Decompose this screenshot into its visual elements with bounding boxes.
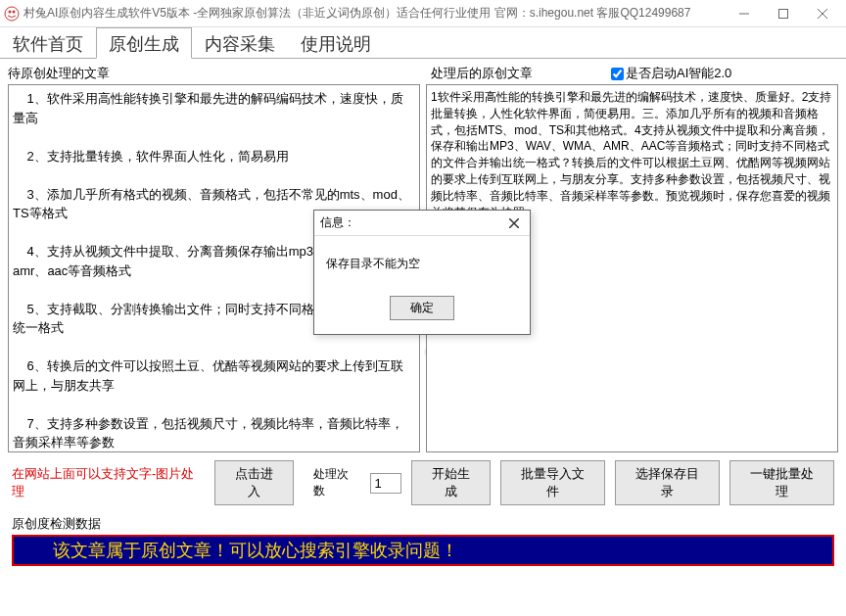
- main-tabs: 软件首页 原创生成 内容采集 使用说明: [0, 27, 846, 59]
- web-support-label: 在网站上面可以支持文字-图片处理: [12, 465, 205, 500]
- window-controls: [725, 0, 842, 27]
- svg-point-0: [5, 7, 19, 21]
- message-dialog: 信息： 保存目录不能为空 确定: [313, 210, 531, 335]
- window-title: 村兔AI原创内容生成软件V5版本 -全网独家原创算法（非近义词伪原创）适合任何行…: [24, 5, 725, 22]
- minimize-button[interactable]: [725, 0, 764, 27]
- import-button[interactable]: 批量导入文件: [500, 460, 605, 505]
- ai-checkbox[interactable]: [611, 68, 624, 80]
- tab-generate[interactable]: 原创生成: [96, 27, 192, 59]
- ai-checkbox-label: 是否启动AI智能2.0: [626, 65, 731, 82]
- tab-help[interactable]: 使用说明: [288, 27, 384, 59]
- dialog-ok-button[interactable]: 确定: [390, 296, 454, 320]
- pending-label: 待原创处理的文章: [8, 65, 431, 82]
- enter-button[interactable]: 点击进入: [214, 460, 294, 505]
- start-button[interactable]: 开始生成: [411, 460, 491, 505]
- status-text: 该文章属于原创文章！可以放心搜索引擎收录问题！: [53, 539, 458, 562]
- tab-collect[interactable]: 内容采集: [192, 27, 288, 59]
- svg-rect-4: [779, 9, 788, 18]
- ai-checkbox-wrap[interactable]: 是否启动AI智能2.0: [611, 65, 731, 82]
- dialog-title: 信息：: [320, 214, 504, 231]
- close-button[interactable]: [803, 0, 842, 27]
- dialog-close-button[interactable]: [504, 213, 524, 233]
- dialog-message: 保存目录不能为空: [326, 256, 518, 272]
- window-titlebar: 村兔AI原创内容生成软件V5版本 -全网独家原创算法（非近义词伪原创）适合任何行…: [0, 0, 846, 27]
- originality-label: 原创度检测数据: [12, 515, 834, 533]
- process-count-input[interactable]: [370, 473, 401, 494]
- processed-label: 处理后的原创文章: [431, 65, 533, 82]
- process-count-label: 处理次数: [313, 466, 359, 499]
- save-dir-button[interactable]: 选择保存目录: [615, 460, 720, 505]
- svg-point-1: [9, 10, 12, 13]
- svg-point-2: [13, 10, 16, 13]
- status-bar: 该文章属于原创文章！可以放心搜索引擎收录问题！: [12, 535, 834, 566]
- tab-home[interactable]: 软件首页: [0, 27, 96, 59]
- batch-button[interactable]: 一键批量处理: [729, 460, 834, 505]
- maximize-button[interactable]: [764, 0, 803, 27]
- app-icon: [4, 6, 20, 22]
